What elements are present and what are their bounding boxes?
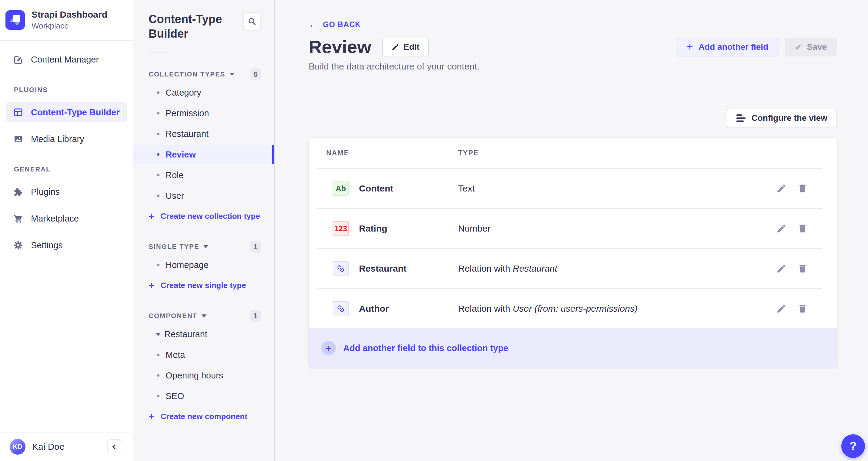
puzzle-icon (13, 187, 23, 197)
page-title: Review (309, 37, 371, 57)
collapse-sidebar-button[interactable] (107, 439, 121, 454)
delete-field-button[interactable] (797, 303, 808, 314)
sidebar-item-label: Settings (31, 240, 63, 250)
plus-icon: + (149, 280, 155, 290)
layout-icon (13, 108, 23, 117)
create-component-link[interactable]: +Create new component (133, 407, 274, 426)
chevron-down-icon (202, 314, 207, 317)
delete-field-button[interactable] (797, 223, 808, 234)
sidebar-section-general: GENERAL (6, 165, 127, 173)
field-name: Author (359, 304, 458, 314)
subnav-item-role[interactable]: Role (133, 165, 274, 185)
caret-down-icon (156, 333, 161, 336)
subnav-item-label: Review (165, 150, 196, 160)
table-header: NAME TYPE (309, 138, 837, 168)
create-link-label: Create new single type (161, 281, 246, 290)
subnav-item-label: Homepage (165, 260, 209, 270)
subnav-item-label: Restaurant (164, 329, 207, 339)
count-badge: 1 (250, 241, 261, 253)
bullet-icon (157, 153, 159, 156)
sidebar-item-label: Media Library (31, 134, 84, 144)
image-icon (13, 134, 23, 144)
create-collection-type-link[interactable]: +Create new collection type (133, 207, 274, 226)
single-type-header[interactable]: SINGLE TYPE 1 (133, 241, 274, 253)
go-back-label: GO BACK (323, 20, 361, 29)
subnav-item-label: Opening hours (165, 371, 223, 381)
user-name: Kai Doe (32, 441, 107, 452)
configure-view-button[interactable]: Configure the view (727, 109, 837, 127)
field-type: Relation with User (from: users-permissi… (458, 304, 776, 314)
sidebar-item-plugins[interactable]: Plugins (6, 182, 127, 202)
subnav-item-category[interactable]: Category (133, 83, 274, 102)
add-field-label: Add another field (699, 42, 768, 52)
subnav-item-seo[interactable]: SEO (133, 386, 274, 406)
pencil-icon (776, 183, 786, 194)
delete-field-button[interactable] (797, 263, 808, 274)
field-type: Number (458, 223, 776, 234)
add-field-to-collection-label: Add another field to this collection typ… (343, 343, 508, 353)
link-icon (336, 304, 345, 313)
sidebar-item-settings[interactable]: Settings (6, 235, 127, 255)
subnav-item-user[interactable]: User (133, 186, 274, 205)
plus-icon: + (149, 411, 155, 422)
table-row-rating: 123 Rating Number (309, 209, 837, 248)
sidebar-item-media-library[interactable]: Media Library (6, 129, 127, 149)
collection-types-header[interactable]: COLLECTION TYPES 6 (133, 68, 274, 80)
subnav-item-label: Permission (165, 108, 209, 118)
save-label: Save (807, 42, 827, 52)
bullet-icon (157, 264, 159, 266)
field-name: Restaurant (359, 263, 458, 274)
bullet-icon (157, 112, 159, 114)
add-field-to-collection-row[interactable]: + Add another field to this collection t… (309, 328, 837, 368)
edit-field-button[interactable] (776, 303, 787, 314)
create-single-type-link[interactable]: +Create new single type (133, 276, 274, 295)
plus-circle-icon: + (321, 341, 336, 355)
search-button[interactable] (243, 12, 261, 30)
page-subtitle: Build the data architecture of your cont… (309, 61, 837, 71)
chevron-left-icon (113, 444, 118, 450)
number-field-badge: 123 (333, 221, 349, 236)
sidebar-item-content-type-builder[interactable]: Content-Type Builder (6, 102, 127, 122)
sidebar-item-marketplace[interactable]: Marketplace (6, 208, 127, 229)
plus-icon: + (687, 41, 693, 52)
search-icon (247, 17, 256, 26)
bullet-icon (157, 395, 159, 397)
go-back-link[interactable]: ← GO BACK (309, 20, 361, 29)
subnav-item-permission[interactable]: Permission (133, 104, 274, 123)
edit-button-label: Edit (404, 42, 420, 52)
plus-icon: + (149, 211, 155, 221)
sidebar-item-label: Marketplace (31, 214, 79, 224)
subnav-item-meta[interactable]: Meta (133, 345, 274, 365)
strapi-logo-icon (5, 10, 25, 30)
edit-field-button[interactable] (776, 183, 787, 194)
section-label: COMPONENT (149, 312, 197, 320)
field-name: Content (359, 183, 458, 194)
subnav-item-component-restaurant[interactable]: Restaurant (133, 324, 274, 344)
cart-icon (13, 214, 23, 223)
sidebar-item-content-manager[interactable]: Content Manager (6, 50, 127, 69)
sidebar-nav: Content Manager PLUGINS Content-Type Bui… (0, 41, 133, 432)
add-another-field-button[interactable]: + Add another field (676, 38, 779, 56)
subnav-item-opening-hours[interactable]: Opening hours (133, 366, 274, 385)
edit-button[interactable]: Edit (382, 38, 429, 56)
subnav-item-restaurant[interactable]: Restaurant (133, 124, 274, 144)
component-header[interactable]: COMPONENT 1 (133, 310, 274, 322)
help-button[interactable]: ? (841, 434, 865, 458)
subnav-item-label: SEO (165, 391, 184, 401)
subnav-title: Content-Type Builder (149, 12, 240, 41)
brand[interactable]: Strapi Dashboard Workplace (0, 0, 133, 41)
save-button[interactable]: ✓ Save (785, 38, 837, 56)
main-sidebar: Strapi Dashboard Workplace Content Manag… (0, 0, 133, 461)
table-row-restaurant: Restaurant Relation with Restaurant (309, 249, 837, 288)
delete-field-button[interactable] (797, 183, 808, 194)
bullet-icon (157, 174, 159, 176)
subnav-item-review[interactable]: Review (133, 145, 274, 164)
bullet-icon (157, 91, 159, 94)
count-badge: 1 (250, 310, 261, 322)
avatar[interactable]: KD (10, 439, 26, 455)
subnav-item-homepage[interactable]: Homepage (133, 255, 274, 275)
table-row-content: Ab Content Text (309, 169, 837, 208)
edit-field-button[interactable] (776, 263, 787, 274)
edit-field-button[interactable] (776, 223, 787, 234)
field-name: Rating (359, 223, 458, 234)
